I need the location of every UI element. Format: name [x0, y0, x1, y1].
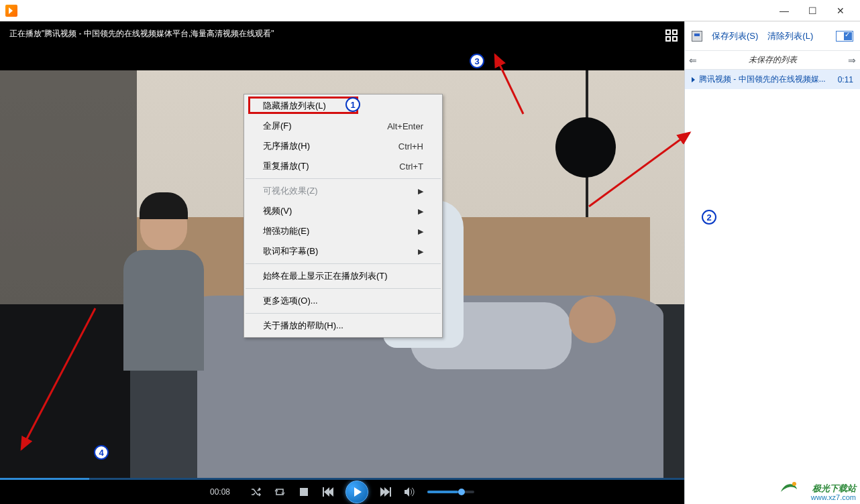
context-menu-label: 隐藏播放列表(L) — [263, 100, 326, 112]
shuffle-button[interactable] — [249, 485, 262, 499]
submenu-indicator-icon: ▶ — [418, 227, 423, 236]
context-menu-item: 可视化效果(Z)▶ — [244, 181, 442, 201]
switch-view-icon[interactable] — [665, 29, 678, 42]
svg-marker-11 — [405, 487, 409, 497]
context-menu-label: 增强功能(E) — [263, 225, 309, 237]
playlist-next-icon[interactable]: ⇒ — [844, 55, 860, 66]
play-button[interactable] — [345, 481, 368, 503]
svg-rect-0 — [666, 30, 670, 34]
svg-rect-4 — [300, 488, 308, 496]
context-menu-item[interactable]: 更多选项(O)... — [244, 291, 442, 311]
playlist-header: ⇐ 未保存的列表 ⇒ — [685, 51, 860, 70]
next-button[interactable] — [379, 485, 392, 499]
context-menu-item[interactable]: 隐藏播放列表(L) — [244, 96, 442, 116]
annotation-badge-3: 3 — [470, 54, 484, 68]
context-menu-item[interactable]: 重复播放(T)Ctrl+T — [244, 156, 442, 176]
playlist-prev-icon[interactable]: ⇐ — [685, 55, 701, 66]
submenu-indicator-icon: ▶ — [418, 187, 423, 196]
context-menu-shortcut: Ctrl+T — [399, 162, 423, 172]
clear-list-link[interactable]: 清除列表(L) — [767, 30, 813, 42]
svg-rect-2 — [666, 37, 670, 41]
svg-rect-3 — [673, 37, 677, 41]
context-menu-label: 关于播放的帮助(H)... — [263, 320, 343, 332]
playlist-item[interactable]: 腾讯视频 - 中国领先的在线视频媒... 0:11 — [685, 70, 860, 89]
stop-button[interactable] — [297, 485, 311, 499]
current-time: 00:08 — [210, 487, 230, 497]
playlist-item-name: 腾讯视频 - 中国领先的在线视频媒... — [699, 74, 832, 85]
save-icon — [692, 31, 702, 42]
context-menu-label: 更多选项(O)... — [263, 295, 318, 307]
submenu-indicator-icon: ▶ — [418, 247, 423, 256]
context-menu-item[interactable]: 增强功能(E)▶ — [244, 221, 442, 241]
context-menu-item[interactable]: 全屏(F)Alt+Enter — [244, 116, 442, 136]
annotation-badge-4: 4 — [94, 445, 109, 460]
context-menu-item[interactable]: 歌词和字幕(B)▶ — [244, 241, 442, 261]
context-menu-label: 无序播放(H) — [263, 140, 310, 152]
now-playing-title: 正在播放"腾讯视频 - 中国领先的在线视频媒体平台,海量高清视频在线观看" — [0, 21, 684, 44]
svg-rect-10 — [390, 487, 391, 497]
svg-point-16 — [792, 482, 796, 486]
context-menu-label: 全屏(F) — [263, 120, 292, 132]
context-menu-label: 始终在最上显示正在播放列表(T) — [263, 270, 388, 282]
playlist-sidebar: 保存列表(S) 清除列表(L) ⇐ 未保存的列表 ⇒ 腾讯视频 - 中国领先的在… — [684, 21, 860, 504]
playlist-item-duration: 0:11 — [838, 75, 853, 84]
annotation-badge-2: 2 — [702, 210, 716, 225]
watermark-logo-icon — [780, 479, 798, 497]
save-list-link[interactable]: 保存列表(S) — [712, 30, 758, 42]
context-menu-label: 重复播放(T) — [263, 160, 309, 172]
annotation-badge-1: 1 — [345, 97, 360, 112]
previous-button[interactable] — [321, 485, 335, 499]
repeat-button[interactable] — [273, 485, 286, 499]
app-icon — [5, 5, 17, 17]
context-menu-item[interactable]: 无序播放(H)Ctrl+H — [244, 136, 442, 156]
titlebar: — ☐ ✕ — [0, 0, 860, 21]
watermark-brand: 极光下载站 — [811, 484, 856, 493]
submenu-indicator-icon: ▶ — [418, 207, 423, 216]
progress-fill — [0, 478, 89, 480]
context-menu-shortcut: Alt+Enter — [387, 121, 423, 131]
maximize-button[interactable]: ☐ — [798, 1, 826, 21]
progress-bar[interactable] — [0, 478, 684, 480]
volume-slider[interactable] — [427, 491, 474, 493]
playlist-title: 未保存的列表 — [701, 54, 844, 66]
svg-marker-9 — [384, 487, 390, 497]
context-menu-label: 视频(V) — [263, 205, 292, 217]
playing-indicator-icon — [692, 77, 695, 82]
close-button[interactable]: ✕ — [826, 1, 855, 21]
playlist-list: 腾讯视频 - 中国领先的在线视频媒... 0:11 — [685, 70, 860, 504]
context-menu-item[interactable]: 关于播放的帮助(H)... — [244, 316, 442, 336]
context-menu-item[interactable]: 视频(V)▶ — [244, 201, 442, 221]
controls-bar: 00:08 — [0, 480, 684, 504]
context-menu[interactable]: 隐藏播放列表(L)全屏(F)Alt+Enter无序播放(H)Ctrl+H重复播放… — [244, 94, 443, 338]
context-menu-shortcut: Ctrl+H — [398, 141, 423, 151]
playlist-toggle[interactable] — [836, 31, 853, 42]
context-menu-item[interactable]: 始终在最上显示正在播放列表(T) — [244, 266, 442, 286]
watermark: 极光下载站 www.xz7.com — [811, 484, 856, 501]
watermark-url: www.xz7.com — [811, 493, 856, 501]
context-menu-label: 歌词和字幕(B) — [263, 245, 318, 257]
minimize-button[interactable]: — — [770, 1, 798, 21]
volume-icon[interactable] — [403, 485, 417, 499]
context-menu-label: 可视化效果(Z) — [263, 185, 318, 197]
svg-rect-1 — [673, 30, 677, 34]
svg-rect-5 — [323, 487, 324, 497]
